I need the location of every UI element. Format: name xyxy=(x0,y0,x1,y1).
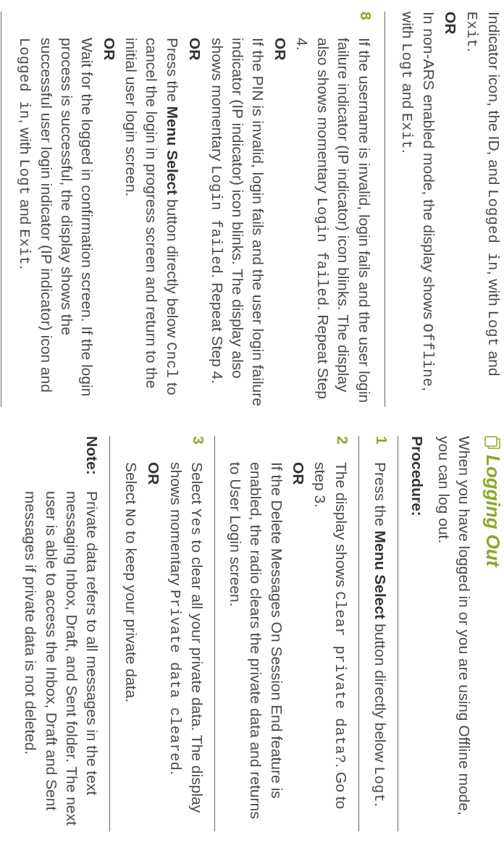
note: Note: Private data refers to all message… xyxy=(20,436,102,831)
or-separator: OR xyxy=(184,38,204,407)
mono-text: Logged in xyxy=(16,38,33,119)
divider xyxy=(214,436,215,831)
text: button directly below xyxy=(372,619,389,766)
mono-text: Login failed xyxy=(208,165,224,274)
section-tab-label: Advanced Features xyxy=(33,0,193,3)
bold-text: Menu Select xyxy=(164,106,181,196)
text: , with xyxy=(486,271,503,311)
right-column: Logging Out When you have logged in or y… xyxy=(0,436,504,831)
divider xyxy=(1,12,1,407)
text: and xyxy=(486,347,503,377)
step-1: 1 Press the Menu Select button directly … xyxy=(369,436,390,831)
page-number: 80 xyxy=(0,0,4,3)
bold-text: Menu Select xyxy=(372,531,389,620)
step-number: 3 xyxy=(120,436,206,452)
mono-text: Cncl xyxy=(163,342,180,378)
step-2: 2 The display shows Clear private data?.… xyxy=(225,436,352,831)
step-body: The display shows Clear private data?. G… xyxy=(225,462,352,831)
text: Select xyxy=(123,462,140,508)
text: . xyxy=(465,48,482,52)
mono-text: Logt xyxy=(16,159,33,195)
continued-fragment: Indicator icon, the ID, and Logged in, w… xyxy=(397,12,504,407)
text: . xyxy=(400,149,416,154)
left-column: Indicator icon, the ID, and Logged in, w… xyxy=(0,12,504,413)
step-number: 8 xyxy=(14,12,374,28)
mono-text: Exit xyxy=(398,113,415,149)
svg-rect-1 xyxy=(486,437,497,446)
text: to keep your private data. xyxy=(123,527,140,702)
text: Wait for the logged in confirmation scre… xyxy=(38,38,96,396)
text: . Repeat Step 4. xyxy=(209,274,226,384)
text: button directly below xyxy=(164,195,181,342)
text: and xyxy=(400,79,416,113)
text: Press the xyxy=(372,462,389,531)
mono-text: No xyxy=(122,508,138,527)
mono-text: Exit xyxy=(463,12,480,48)
procedure-label: Procedure: xyxy=(408,436,426,831)
text: . xyxy=(168,771,185,775)
step-3: 3 Select Yes to clear all your private d… xyxy=(120,436,206,831)
heading-text: Logging Out xyxy=(482,455,504,567)
intro-text: When you have logged in or you are using… xyxy=(433,436,474,831)
divider xyxy=(109,436,110,831)
document-stack-icon xyxy=(485,436,501,450)
mono-text: Logt xyxy=(371,766,387,802)
mono-text: Exit xyxy=(16,229,33,265)
mono-text: Login failed xyxy=(314,198,330,306)
mono-text: Clear private data? xyxy=(332,592,348,764)
step-body: Press the Menu Select button directly be… xyxy=(369,462,390,831)
divider xyxy=(398,436,398,831)
text: . xyxy=(372,802,389,807)
mono-text: Yes xyxy=(188,508,204,536)
text: Indicator icon, the ID, and xyxy=(486,12,503,189)
step-body: Select Yes to clear all your private dat… xyxy=(120,462,206,831)
text: and xyxy=(17,195,34,229)
step-number: 1 xyxy=(369,436,390,452)
text: If the Delete Messages On Session End fe… xyxy=(227,462,285,819)
text: . xyxy=(17,265,34,269)
or-separator: OR xyxy=(440,12,461,407)
or-separator: OR xyxy=(269,38,290,407)
text: Select xyxy=(189,462,206,508)
mono-text: Logt xyxy=(398,43,415,79)
or-separator: OR xyxy=(143,462,163,831)
text: In non-ARS enabled mode, the display sho… xyxy=(421,12,437,324)
text: The display shows xyxy=(333,462,350,592)
step-body: If the username is invalid, login fails … xyxy=(14,38,374,407)
mono-text: Private data cleared xyxy=(167,590,183,771)
text: Press the xyxy=(164,38,181,106)
note-body: Private data refers to all messages in t… xyxy=(20,491,102,831)
or-separator: OR xyxy=(288,462,308,831)
divider xyxy=(358,436,359,831)
or-separator: OR xyxy=(98,38,119,407)
mono-text: Logt xyxy=(484,311,501,347)
text: , with xyxy=(17,119,34,159)
section-heading: Logging Out xyxy=(482,436,504,831)
mono-text: Offline xyxy=(419,324,436,387)
note-label: Note: xyxy=(20,436,102,479)
step-number: 2 xyxy=(225,436,352,452)
mono-text: Logged in xyxy=(484,189,501,271)
step-8: 8 If the username is invalid, login fail… xyxy=(14,12,374,407)
divider xyxy=(385,12,385,407)
